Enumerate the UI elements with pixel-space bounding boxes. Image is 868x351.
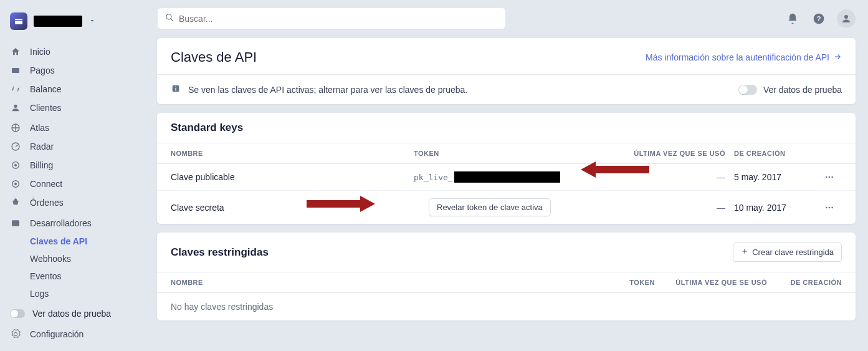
customers-icon: [10, 102, 21, 113]
nav-label: Billing: [30, 160, 53, 170]
main-content: ? Claves de API Más información sobre la…: [150, 0, 868, 351]
col-created: DE CREACIÓN: [725, 150, 817, 157]
auth-docs-link[interactable]: Más información sobre la autentificación…: [646, 52, 842, 63]
nav-label: Balance: [30, 84, 62, 94]
svg-point-9: [166, 14, 171, 19]
key-name: Clave publicable: [171, 172, 414, 182]
billing-icon: [10, 160, 21, 171]
notifications-button[interactable]: [785, 11, 801, 27]
key-created: 5 may. 2017: [725, 172, 817, 182]
col-name: NOMBRE: [171, 279, 605, 286]
notice-text: Se ven las claves de API activas; altern…: [188, 85, 467, 95]
svg-marker-23: [307, 196, 375, 212]
restricted-keys-title: Claves restringidas: [171, 246, 269, 259]
user-avatar[interactable]: [837, 9, 856, 28]
account-switcher[interactable]: [0, 7, 150, 42]
token-prefix: pk_live_: [414, 173, 453, 182]
reveal-secret-button[interactable]: Revelar token de clave activa: [429, 198, 551, 216]
key-row-publishable: Clave publicable pk_live_ — 5 may. 2017: [157, 164, 856, 191]
nav-desarrolladores[interactable]: Desarrolladores: [0, 214, 150, 233]
balance-icon: [10, 84, 21, 95]
nav-ordenes[interactable]: Órdenes: [0, 193, 150, 212]
nav-claves-api[interactable]: Claves de API: [0, 233, 150, 250]
test-mode-toggle[interactable]: [738, 85, 757, 95]
search-icon: [165, 13, 174, 24]
nav-label: Logs: [30, 289, 49, 299]
nav-logs[interactable]: Logs: [0, 285, 150, 302]
svg-point-17: [829, 176, 831, 178]
create-restricted-key-button[interactable]: Crear clave restringida: [733, 243, 842, 262]
nav-label: Órdenes: [30, 198, 64, 208]
nav-label: Radar: [30, 142, 54, 151]
svg-point-16: [826, 176, 827, 178]
topbar: ?: [157, 7, 856, 29]
help-button[interactable]: ?: [811, 11, 827, 27]
test-mode-toggle-sidebar[interactable]: [10, 309, 25, 318]
nav-atlas[interactable]: Atlas: [0, 118, 150, 137]
search-box[interactable]: [157, 7, 506, 29]
key-last-used: —: [619, 203, 725, 213]
chevron-down-icon: [88, 16, 96, 26]
nav-inicio[interactable]: Inicio: [0, 42, 150, 61]
svg-point-20: [826, 206, 827, 208]
restricted-keys-header-row: NOMBRE TOKEN ÚLTIMA VEZ QUE SE USÓ DE CR…: [157, 272, 856, 293]
col-last: ÚLTIMA VEZ QUE SE USÓ: [619, 150, 725, 157]
svg-point-4: [14, 164, 17, 166]
nav-pagos[interactable]: Pagos: [0, 61, 150, 80]
nav-configuracion[interactable]: Configuración: [0, 325, 150, 344]
search-input[interactable]: [179, 14, 498, 24]
home-icon: [10, 46, 21, 57]
col-created: DE CREACIÓN: [767, 279, 842, 286]
nav-clientes[interactable]: Clientes: [0, 99, 150, 117]
key-row-secret: Clave secreta Revelar token de clave act…: [157, 191, 856, 224]
nav-label: Configuración: [30, 329, 83, 339]
page-title: Claves de API: [171, 49, 257, 65]
svg-point-1: [14, 105, 17, 108]
standard-keys-card: Standard keys NOMBRE TOKEN ÚLTIMA VEZ QU…: [157, 113, 856, 224]
nav-label: Desarrolladores: [30, 218, 92, 228]
annotation-arrow-secret: [307, 195, 375, 213]
nav-label: Eventos: [30, 271, 62, 281]
nav-connect[interactable]: Connect: [0, 175, 150, 193]
developers-icon: [10, 218, 21, 229]
nav-label: Clientes: [30, 103, 62, 113]
nav-balance[interactable]: Balance: [0, 80, 150, 99]
notice-bar: Se ven las claves de API activas; altern…: [157, 74, 856, 104]
info-icon: [171, 84, 181, 95]
nav-radar[interactable]: Radar: [0, 137, 150, 156]
button-label: Crear clave restringida: [752, 248, 834, 257]
restricted-keys-empty: No hay claves restringidas: [157, 293, 856, 320]
token-redacted: [454, 171, 560, 183]
sidebar: Inicio Pagos Balance Clientes Atlas Rada…: [0, 0, 150, 351]
svg-point-7: [14, 183, 17, 185]
svg-point-22: [831, 206, 833, 208]
orders-icon: [10, 197, 21, 208]
svg-rect-15: [175, 88, 176, 90]
toggle-label: Ver datos de prueba: [763, 85, 842, 95]
svg-point-21: [829, 206, 831, 208]
svg-rect-8: [12, 220, 19, 226]
nav-label: Claves de API: [30, 236, 87, 246]
svg-rect-0: [12, 68, 19, 73]
col-token: TOKEN: [605, 279, 655, 286]
key-more-button[interactable]: [817, 203, 842, 213]
nav-billing[interactable]: Billing: [0, 156, 150, 175]
nav-label: Atlas: [30, 123, 49, 133]
key-name: Clave secreta: [171, 203, 414, 213]
nav-label: Connect: [30, 179, 62, 189]
nav-webhooks[interactable]: Webhooks: [0, 250, 150, 267]
svg-point-12: [844, 15, 848, 19]
nav-label: Pagos: [30, 65, 55, 75]
key-more-button[interactable]: [817, 172, 842, 182]
restricted-keys-card: Claves restringidas Crear clave restring…: [157, 233, 856, 320]
svg-text:?: ?: [816, 14, 821, 22]
arrow-right-icon: [833, 52, 842, 63]
col-name: NOMBRE: [171, 150, 414, 157]
nav-eventos[interactable]: Eventos: [0, 267, 150, 285]
standard-keys-title: Standard keys: [157, 113, 856, 143]
payments-icon: [10, 65, 21, 76]
api-keys-header-card: Claves de API Más información sobre la a…: [157, 38, 856, 104]
account-name-redacted: [34, 16, 82, 27]
brand-logo-icon: [10, 12, 27, 30]
nav-label: Webhooks: [30, 254, 71, 264]
